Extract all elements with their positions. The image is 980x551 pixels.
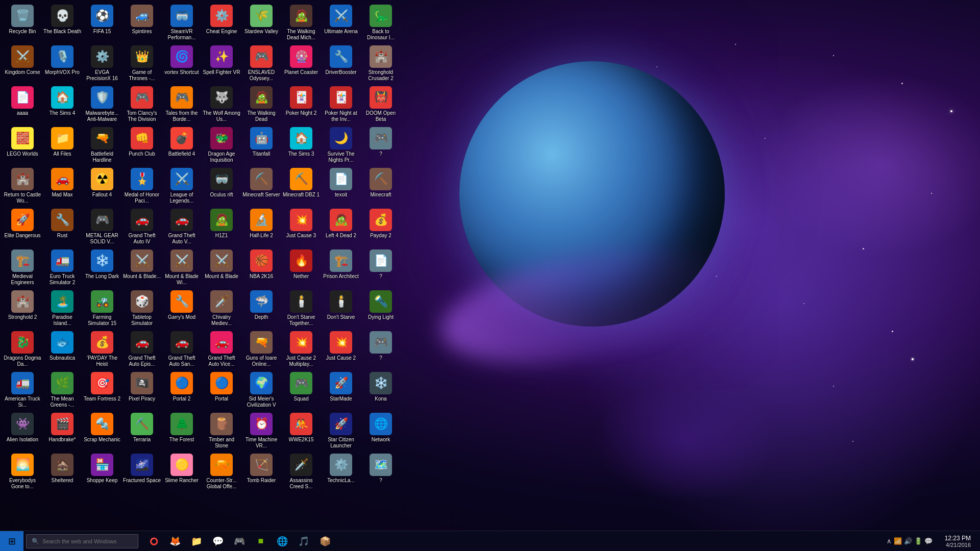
desktop-icon-game-of-thrones[interactable]: 👑Game of Thrones -...: [122, 43, 162, 84]
desktop-icon-titanfall[interactable]: 🤖Titanfall: [241, 125, 281, 166]
desktop-icon-oculus-rift[interactable]: 🥽Oculus rift: [202, 166, 241, 207]
desktop-icon-row4d[interactable]: 🗺️?: [361, 452, 401, 492]
desktop-icon-kona[interactable]: ❄️Kona: [361, 370, 401, 411]
desktop-icon-driverbooster[interactable]: 🔧DriverBooster: [321, 43, 361, 84]
desktop-icon-technic-launcher[interactable]: ⚙️TechnicLa...: [321, 452, 361, 492]
desktop-icon-subnautica[interactable]: 🐟Subnautica: [42, 329, 82, 370]
tray-chevron[interactable]: ∧: [887, 537, 892, 545]
desktop-icon-portal2[interactable]: 🔵Portal 2: [162, 370, 202, 411]
desktop-icon-counter-strike[interactable]: 🔫Counter-Str... Global Offe...: [202, 452, 241, 492]
desktop-icon-star-citizen[interactable]: 🚀Star Citizen Launcher: [321, 411, 361, 452]
desktop-icon-forest[interactable]: 🌲The Forest: [162, 411, 202, 452]
desktop-icon-dead-light[interactable]: 🔦Dying Light: [361, 288, 401, 329]
desktop-icon-long-dark[interactable]: ❄️The Long Dark: [82, 247, 122, 288]
desktop-icon-aaaa[interactable]: 📄aaaa: [3, 84, 42, 125]
desktop-icon-minecraft3[interactable]: ⛏️Minecraft: [361, 166, 401, 207]
desktop-icon-tales-borderslands[interactable]: 🎮Tales from the Borde...: [162, 84, 202, 125]
desktop-icon-just-cause2-multi[interactable]: 💥Just Cause 2 Multiplay...: [281, 329, 321, 370]
desktop-icon-fractured-space[interactable]: 🌌Fractured Space: [122, 452, 162, 492]
desktop-icon-malwarebytes[interactable]: 🛡️Malwarebyte... Anti-Malware: [82, 84, 122, 125]
desktop-icon-left4dead2[interactable]: 🧟Left 4 Dead 2: [321, 207, 361, 247]
desktop-icon-tom-clancy[interactable]: 🎮Tom Clancy's The Division: [122, 84, 162, 125]
desktop-icon-battlefield-hardline[interactable]: 🔫Battlefield Hardline: [82, 125, 122, 166]
desktop-icon-depth[interactable]: 🦈Depth: [241, 288, 281, 329]
desktop-icon-vortex-shortcut[interactable]: 🌀vortex Shortcut: [162, 43, 202, 84]
desktop-icon-pixel-piracy[interactable]: 🏴‍☠️Pixel Piracy: [122, 370, 162, 411]
desktop-icon-tabletop-sim[interactable]: 🎲Tabletop Simulator: [122, 288, 162, 329]
desktop-icon-recycle-bin[interactable]: 🗑️Recycle Bin: [3, 3, 42, 43]
desktop-icon-row4b[interactable]: 📄?: [361, 247, 401, 288]
tray-message[interactable]: 💬: [924, 537, 933, 545]
taskbar-app-steam[interactable]: 🎮: [229, 531, 250, 552]
desktop-icon-row4c[interactable]: 🎮?: [361, 329, 401, 370]
desktop-icon-gta5[interactable]: 🚗Grand Theft Auto V...: [162, 207, 202, 247]
desktop-icon-chivalry[interactable]: 🗡️Chivalry Mediev...: [202, 288, 241, 329]
desktop-icon-morphvox[interactable]: 🎙️MorphVOX Pro: [42, 43, 82, 84]
desktop-icon-spell-fighter[interactable]: ✨Spell Fighter VR: [202, 43, 241, 84]
desktop-icon-scrap-mechanic[interactable]: 🔩Scrap Mechanic: [82, 411, 122, 452]
system-clock[interactable]: 12:23 PM 4/21/2016: [941, 535, 975, 548]
desktop-icon-planet-coaster[interactable]: 🎡Planet Coaster: [281, 43, 321, 84]
desktop-icon-stronghold-crusader[interactable]: 🏰Stronghold Crusader 2: [361, 43, 401, 84]
desktop-icon-shoppe-keep[interactable]: 🏪Shoppe Keep: [82, 452, 122, 492]
desktop-icon-half-life2[interactable]: 🔬Half-Life 2: [241, 207, 281, 247]
desktop-icon-medal-of-honor[interactable]: 🎖️Medal of Honor Paci...: [122, 166, 162, 207]
desktop-icon-league-legends[interactable]: ⚔️League of Legends...: [162, 166, 202, 207]
desktop-icon-garrys-mod[interactable]: 🔧Garry's Mod: [162, 288, 202, 329]
desktop-icon-lego-worlds[interactable]: 🧱LEGO Worlds: [3, 125, 42, 166]
desktop-icon-slime-rancher[interactable]: 🟡Slime Rancher: [162, 452, 202, 492]
desktop-icon-just-cause3[interactable]: 💥Just Cause 3: [281, 207, 321, 247]
desktop-icon-steamvr[interactable]: 🥽SteamVR Performan...: [162, 3, 202, 43]
tray-battery[interactable]: 🔋: [914, 537, 922, 545]
desktop-icon-starmade[interactable]: 🚀StarMade: [321, 370, 361, 411]
taskbar-app-vmware[interactable]: 📦: [315, 531, 335, 552]
desktop-icon-row4[interactable]: 🎮?: [361, 125, 401, 166]
desktop-icon-mount-blade[interactable]: ⚔️Mount & Blade...: [122, 247, 162, 288]
desktop-icon-sheltered[interactable]: 🏚️Sheltered: [42, 452, 82, 492]
desktop-icon-poker-night2[interactable]: 🃏Poker Night 2: [281, 84, 321, 125]
desktop-icon-just-cause2[interactable]: 💥Just Cause 2: [321, 329, 361, 370]
desktop-icon-medieval-engineers[interactable]: 🏗️Medieval Engineers: [3, 247, 42, 288]
desktop-icon-sims4[interactable]: 🏠The Sims 4: [42, 84, 82, 125]
desktop-icon-survive-nights[interactable]: 🌙Survive The Nights Pr...: [321, 125, 361, 166]
desktop-icon-payday2[interactable]: 💰Payday 2: [361, 207, 401, 247]
desktop-icon-team-fortress2[interactable]: 🎯Team Fortress 2: [82, 370, 122, 411]
desktop-icon-wwe2k15[interactable]: 🤼WWE2K15: [281, 411, 321, 452]
desktop-icon-spintires[interactable]: 🚙Spintires: [122, 3, 162, 43]
desktop-icon-cheat-engine[interactable]: ⚙️Cheat Engine: [202, 3, 241, 43]
desktop-icon-terraria[interactable]: ⛏️Terraria: [122, 411, 162, 452]
desktop-icon-nether[interactable]: 🔥Nether: [281, 247, 321, 288]
desktop-icon-farming-sim15[interactable]: 🚜Farming Simulator 15: [82, 288, 122, 329]
desktop-icon-mount-blade-wi[interactable]: ⚔️Mount & Blade Wi...: [162, 247, 202, 288]
desktop-icon-fallout4[interactable]: ☢️Fallout 4: [82, 166, 122, 207]
desktop-icon-gta-san[interactable]: 🚗Grand Theft Auto San...: [162, 329, 202, 370]
desktop-icon-return-to-castle[interactable]: 🏰Return to Castle Wo...: [3, 166, 42, 207]
desktop-icon-euro-truck2[interactable]: 🚛Euro Truck Simulator 2: [42, 247, 82, 288]
desktop-icon-texoit[interactable]: 📄texoit: [321, 166, 361, 207]
desktop-icon-tomb-raider[interactable]: 🏹Tomb Raider: [241, 452, 281, 492]
tray-volume[interactable]: 🔊: [904, 537, 912, 545]
desktop-icon-ultimate-arena[interactable]: ⚔️Ultimate Arena: [321, 3, 361, 43]
desktop-icon-everybodys-gone[interactable]: 🌅Everybodys Gone to...: [3, 452, 42, 492]
desktop-icon-all-files[interactable]: 📁All Files: [42, 125, 82, 166]
desktop-icon-paradise-island[interactable]: 🏝️Paradise Island...: [42, 288, 82, 329]
desktop-icon-dont-starve-tog[interactable]: 🕯️Don't Starve Together...: [281, 288, 321, 329]
desktop-icon-nba2k16[interactable]: 🏀NBA 2K16: [241, 247, 281, 288]
desktop-icon-american-truck[interactable]: 🚛American Truck Si...: [3, 370, 42, 411]
desktop-icon-time-machine[interactable]: ⏰Time Machine VR...: [241, 411, 281, 452]
taskbar-app-nvidia[interactable]: ■: [251, 531, 271, 552]
search-bar[interactable]: 🔍: [26, 534, 138, 548]
desktop-icon-timber-stone[interactable]: 🪵Timber and Stone: [202, 411, 241, 452]
desktop-icon-poker-night-inv[interactable]: 🃏Poker Night at the Inv...: [321, 84, 361, 125]
desktop-icon-civ5[interactable]: 🌍Sid Meier's Civilization V: [241, 370, 281, 411]
desktop-icon-enslaved[interactable]: 🎮ENSLAVED Odyssey...: [241, 43, 281, 84]
desktop-icon-handbrake[interactable]: 🎬Handbrake*: [42, 411, 82, 452]
desktop-icon-black-death[interactable]: 💀The Black Death: [42, 3, 82, 43]
desktop-icon-minecraft-dbz[interactable]: ⛏️Minecraft DBZ 1: [281, 166, 321, 207]
desktop-icon-evga-precision[interactable]: ⚙️EVGA PrecisionX 16: [82, 43, 122, 84]
desktop-icon-portal-normal[interactable]: 🔵Portal: [202, 370, 241, 411]
taskbar-app-cortana[interactable]: ⭕: [143, 531, 164, 552]
desktop-icon-dragon-age[interactable]: 🐲Dragon Age Inquisition: [202, 125, 241, 166]
desktop-icon-sims3[interactable]: 🏠The Sims 3: [281, 125, 321, 166]
desktop-icon-h1z1[interactable]: 🧟H1Z1: [202, 207, 241, 247]
